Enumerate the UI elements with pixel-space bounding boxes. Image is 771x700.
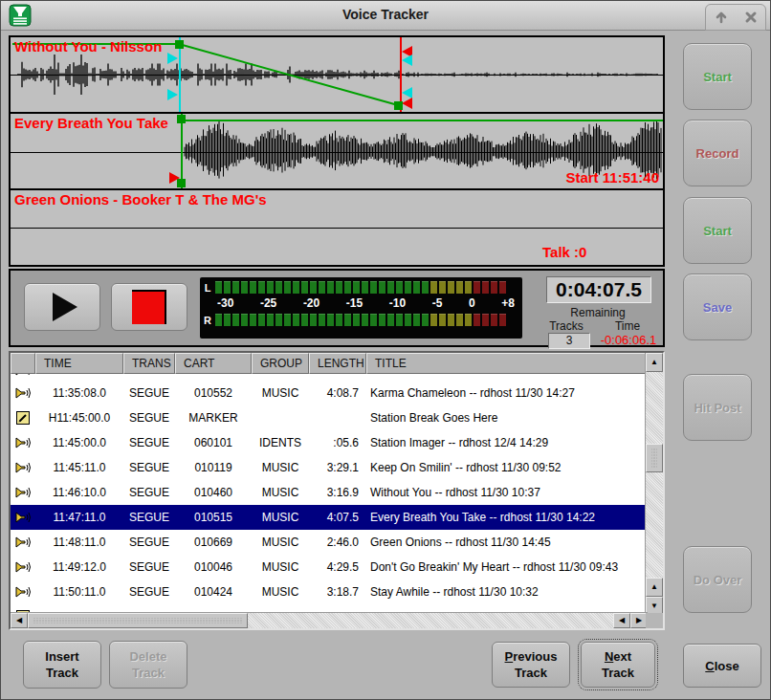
- table-row-partial-top[interactable]: [11, 374, 646, 381]
- table-row[interactable]: 11:35:08.0SEGUE010552MUSIC4:08.7Karma Ch…: [11, 381, 646, 405]
- table-row[interactable]: 11:48:11.0SEGUE010669MUSIC2:46.0Green On…: [11, 530, 646, 555]
- track1-red-marker-handle-bottom[interactable]: [402, 98, 412, 109]
- table-row[interactable]: 11:47:11.0SEGUE010515MUSIC4:07.5Every Br…: [11, 505, 646, 530]
- track1-fade-node-end[interactable]: [394, 101, 403, 110]
- play-button[interactable]: [24, 283, 100, 331]
- previous-track-label1: Previous: [505, 648, 558, 665]
- track1-cyan-marker-handle-top[interactable]: [167, 53, 178, 64]
- cell-length: 4:08.7: [309, 381, 366, 405]
- meter-tick: -30: [217, 296, 233, 311]
- track-editor: Without You - Nilsson Every Breath You T…: [9, 35, 665, 267]
- previous-track-button[interactable]: Previous Track: [492, 642, 570, 688]
- start2-button[interactable]: Start: [683, 197, 752, 264]
- table-row[interactable]: 11:50:11.0SEGUE010424MUSIC3:18.7Stay Awh…: [11, 580, 646, 604]
- meter-left-segments: [215, 281, 508, 294]
- horizontal-scrollbar[interactable]: ◀ ◀ ▶: [11, 612, 648, 628]
- row-type-icon: [11, 405, 35, 430]
- header-time[interactable]: TIME: [35, 353, 123, 374]
- meter-tick: 0: [469, 296, 475, 311]
- track3-zero-line: [11, 228, 663, 229]
- next-track-button[interactable]: Next Track: [581, 642, 655, 688]
- scroll-left-button[interactable]: ◀: [11, 613, 28, 628]
- horizontal-scroll-thumb[interactable]: [28, 613, 248, 628]
- cell-title: Keep On Smilin' -- rdhost 11/30 09:52: [366, 455, 646, 480]
- speaker-icon: [15, 510, 31, 525]
- header-length[interactable]: LENGTH: [309, 353, 366, 374]
- hscroll-track[interactable]: [248, 613, 613, 628]
- thumb-grip: [29, 614, 247, 627]
- cell-trans: SEGUE: [123, 530, 175, 555]
- header-title[interactable]: TITLE: [366, 353, 646, 374]
- close-window-button[interactable]: [740, 8, 761, 27]
- cell-trans: SEGUE: [123, 430, 175, 455]
- cell-trans: SEGUE: [123, 405, 175, 430]
- cell-group: MUSIC: [252, 505, 309, 530]
- track1-cyan-end-handle-top[interactable]: [402, 55, 412, 66]
- insert-track-button[interactable]: Insert Track: [23, 641, 101, 689]
- row-type-icon: [11, 455, 35, 480]
- table-row[interactable]: H11:45:00.0SEGUEMARKERStation Break Goes…: [11, 405, 646, 430]
- title-bar: Voice Tracker: [1, 1, 770, 31]
- cell-time: 11:49:12.0: [35, 555, 123, 580]
- insert-track-label2: Track: [46, 665, 78, 681]
- vertical-scroll-thumb[interactable]: [646, 444, 663, 472]
- track2-red-start-handle[interactable]: [169, 172, 180, 184]
- shade-button[interactable]: [711, 8, 732, 27]
- scroll-left-button2[interactable]: ◀: [613, 613, 630, 628]
- cell-length: 4:07.5: [309, 505, 366, 530]
- table-row[interactable]: 11:45:11.0SEGUE010119MUSIC3:29.1Keep On …: [11, 455, 646, 480]
- track1-fade-node-start[interactable]: [175, 40, 184, 49]
- cell-cart: MARKER: [175, 405, 252, 430]
- voice-tracker-window: Voice Tracker: [0, 0, 771, 700]
- table-row[interactable]: 11:46:10.0SEGUE010460MUSIC3:16.9Without …: [11, 480, 646, 505]
- meter-tick: -25: [260, 296, 276, 311]
- cell-cart: 010046: [175, 555, 252, 580]
- cell-group: MUSIC: [252, 530, 309, 555]
- track3-title: Green Onions - Booker T & The MG's: [14, 191, 267, 208]
- meter-right-label: R: [200, 315, 215, 326]
- track2-envelope-node-top[interactable]: [177, 115, 186, 123]
- table-row[interactable]: 11:49:12.0SEGUE010046MUSIC4:29.5Don't Go…: [11, 555, 646, 580]
- row-type-icon: [11, 480, 35, 505]
- delete-track-button[interactable]: Delete Track: [109, 641, 187, 689]
- meter-scale: -30 -25 -20 -15 -10 -5 0 +8: [217, 296, 515, 311]
- record-button[interactable]: Record: [683, 120, 752, 186]
- header-cart[interactable]: CART: [175, 353, 252, 374]
- remaining-tracks-value: 3: [548, 333, 590, 349]
- do-over-button[interactable]: Do Over: [683, 546, 752, 613]
- cell-title: Without You -- rdhost 11/30 10:37: [366, 480, 646, 505]
- start1-button[interactable]: Start: [683, 43, 752, 110]
- previous-track-label2: Track: [515, 665, 547, 681]
- stop-icon: [132, 290, 166, 324]
- elapsed-time-display: 0:04:07.5: [546, 276, 651, 303]
- vertical-scrollbar[interactable]: ▲ ▲ ▼: [645, 353, 663, 614]
- scroll-up-button2[interactable]: ▲: [646, 578, 663, 597]
- speaker-icon: [15, 485, 31, 500]
- cell-time: 11:50:11.0: [35, 580, 123, 604]
- header-group[interactable]: GROUP: [252, 353, 309, 374]
- save-button[interactable]: Save: [683, 273, 752, 340]
- scroll-up-button[interactable]: ▲: [646, 353, 663, 372]
- track2-start-marker-line[interactable]: [181, 114, 183, 188]
- speaker-icon: [15, 559, 31, 575]
- header-icon-col[interactable]: [11, 353, 35, 374]
- speaker-icon: [15, 535, 31, 550]
- remaining-heading: Remaining: [546, 306, 650, 319]
- hit-post-button[interactable]: Hit Post: [683, 374, 752, 441]
- table-row[interactable]: 11:45:00.0SEGUE060101IDENTS:05.6Station …: [11, 430, 646, 455]
- cell-cart: 010119: [175, 455, 252, 480]
- cell-group: MUSIC: [252, 480, 309, 505]
- header-trans[interactable]: TRANS: [123, 353, 175, 374]
- stop-button[interactable]: [111, 283, 187, 331]
- cell-time: 11:46:10.0: [35, 480, 123, 505]
- track1-cyan-marker-handle-bottom[interactable]: [167, 89, 178, 100]
- cell-cart: 010669: [175, 530, 252, 555]
- play-icon: [53, 293, 77, 321]
- window-controls: [705, 4, 766, 31]
- cell-length: 3:18.7: [309, 580, 366, 604]
- remaining-time-value: -0:06:06.1: [594, 333, 663, 347]
- scrollbar-corner: [646, 613, 663, 628]
- cell-trans: SEGUE: [123, 455, 175, 480]
- close-button[interactable]: Close: [683, 644, 761, 688]
- speaker-icon: [15, 460, 31, 475]
